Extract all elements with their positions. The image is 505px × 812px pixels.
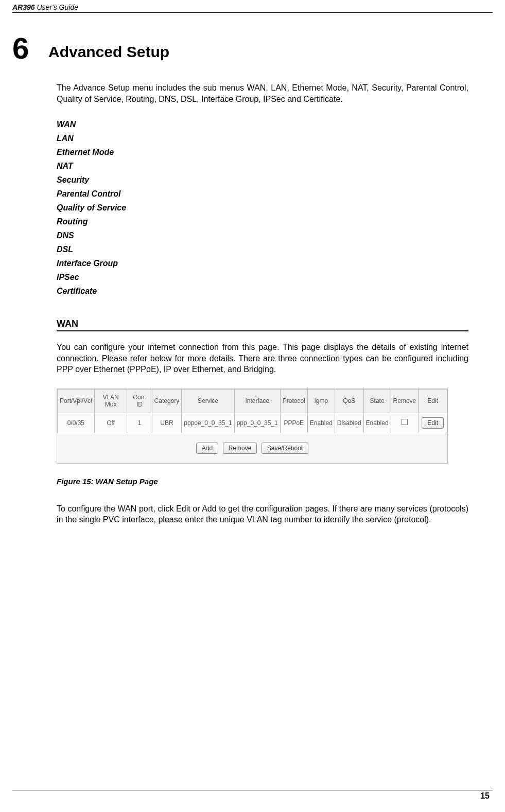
footer-rule [12,790,493,790]
document-header: AR396 User's Guide [12,3,78,11]
chapter-title: Advanced Setup [48,43,169,61]
menu-item: LAN [57,134,468,143]
wan-table-frame: Port/Vpi/Vci VLAN Mux Con. ID Category S… [57,389,448,464]
col-edit: Edit [419,389,447,413]
col-remove: Remove [391,389,419,413]
cell-category: UBR [152,413,182,433]
col-igmp: Igmp [307,389,335,413]
add-button[interactable]: Add [196,443,218,454]
menu-item: Parental Control [57,189,468,199]
wan-heading: WAN [57,319,468,331]
menu-item: WAN [57,120,468,129]
col-port: Port/Vpi/Vci [58,389,95,413]
edit-button[interactable]: Edit [422,417,444,429]
col-category: Category [152,389,182,413]
cell-vlan: Off [94,413,127,433]
menu-item: Quality of Service [57,203,468,213]
menu-item: NAT [57,162,468,171]
cell-port: 0/0/35 [58,413,95,433]
header-rule [12,12,493,13]
wan-paragraph-1: You can configure your internet connecti… [57,342,468,375]
cell-igmp: Enabled [307,413,335,433]
menu-item: Certificate [57,287,468,296]
menu-item: Security [57,175,468,185]
cell-state: Enabled [363,413,391,433]
cell-protocol: PPPoE [280,413,307,433]
figure-caption: Figure 15: WAN Setup Page [57,477,468,486]
remove-button[interactable]: Remove [223,443,257,454]
cell-qos: Disabled [335,413,363,433]
cell-edit: Edit [419,413,447,433]
col-state: State [363,389,391,413]
doc-suffix: User's Guide [37,3,78,11]
menu-item: DNS [57,231,468,240]
wan-table: Port/Vpi/Vci VLAN Mux Con. ID Category S… [57,389,447,433]
cell-interface: ppp_0_0_35_1 [234,413,280,433]
col-service: Service [182,389,234,413]
page-number: 15 [480,791,490,801]
table-header-row: Port/Vpi/Vci VLAN Mux Con. ID Category S… [58,389,447,413]
col-qos: QoS [335,389,363,413]
menu-item: Ethernet Mode [57,148,468,157]
col-conid: Con. ID [127,389,152,413]
wan-paragraph-2: To configure the WAN port, click Edit or… [57,503,468,525]
remove-checkbox[interactable] [402,419,408,425]
model-name: AR396 [12,3,35,11]
cell-conid: 1 [127,413,152,433]
col-protocol: Protocol [280,389,307,413]
menu-item: DSL [57,245,468,254]
chapter-number: 6 [12,31,29,65]
button-row: Add Remove Save/Reboot [57,443,447,454]
menu-item: IPSec [57,273,468,282]
menu-item: Routing [57,217,468,226]
save-reboot-button[interactable]: Save/Reboot [262,443,308,454]
menu-item: Interface Group [57,259,468,268]
intro-paragraph: The Advance Setup menu includes the sub … [57,82,468,104]
content-area: The Advance Setup menu includes the sub … [57,82,468,525]
submenu-list: WAN LAN Ethernet Mode NAT Security Paren… [57,120,468,296]
col-interface: Interface [234,389,280,413]
col-vlan: VLAN Mux [94,389,127,413]
cell-service: pppoe_0_0_35_1 [182,413,234,433]
cell-remove [391,413,419,433]
table-row: 0/0/35 Off 1 UBR pppoe_0_0_35_1 ppp_0_0_… [58,413,447,433]
